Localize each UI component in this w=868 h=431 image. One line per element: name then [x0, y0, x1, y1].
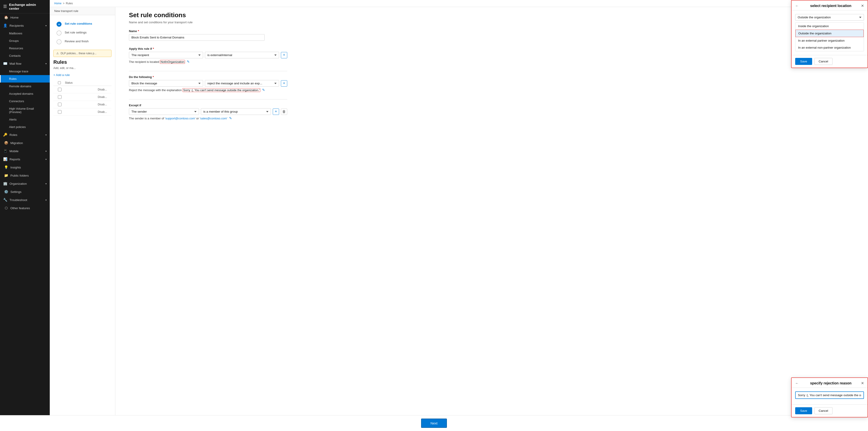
sidebar-item-mail-flow[interactable]: ✉️ Mail flow ▾: [0, 59, 50, 68]
sidebar-item-alerts[interactable]: Alerts: [0, 116, 50, 123]
rules-panel-subtitle: Add, edit, or ma...: [53, 66, 112, 70]
step-label-1: Set rule conditions: [65, 22, 92, 25]
sidebar-item-organization[interactable]: 🏢 Organization ▾: [0, 180, 50, 188]
sidebar-label-connectors: Connectors: [9, 99, 24, 103]
sidebar-item-roles[interactable]: 🔑 Roles ▾: [0, 131, 50, 139]
edit-condition-1-icon[interactable]: ✎: [187, 60, 190, 64]
popup-rejection-save[interactable]: Save: [795, 407, 812, 414]
chevron-down-icon-mobile: ▾: [45, 150, 46, 152]
popup-recipient-cancel[interactable]: Cancel: [814, 58, 833, 65]
except-row: The sender is a member of this group + 🗑: [129, 108, 287, 115]
sidebar-item-settings[interactable]: ⚙️ Settings: [0, 188, 50, 196]
sidebar-item-rules[interactable]: Rules: [0, 75, 50, 83]
step-label-2: Set rule settings: [65, 30, 87, 34]
chevron-down-icon-org: ▾: [45, 183, 46, 185]
step-circle-3: ○: [57, 39, 62, 44]
add-do-button[interactable]: +: [281, 80, 287, 87]
step-label-3: Review and finish: [65, 39, 89, 43]
sidebar-item-recipients[interactable]: 👤 Recipients ▾: [0, 22, 50, 30]
except-link-2[interactable]: 'sales@contoso.com': [200, 117, 227, 120]
sidebar-label-resources: Resources: [9, 47, 23, 50]
app-title: Exchange admin center: [9, 3, 46, 10]
popup-option-outside[interactable]: Outside the organization: [796, 30, 864, 37]
add-except-button[interactable]: +: [273, 109, 279, 115]
select-all-checkbox[interactable]: [58, 81, 61, 84]
wizard-main-title: Set rule conditions: [129, 11, 855, 19]
popup-recipient-dropdown[interactable]: Outside the organization: [795, 14, 864, 21]
row-checkbox-1[interactable]: [58, 88, 62, 91]
apply-select-2[interactable]: is external/internal: [205, 52, 279, 58]
dlp-notice-icon: ⚠: [56, 52, 59, 55]
row-checkbox-3[interactable]: [58, 103, 62, 106]
sidebar-item-public-folders[interactable]: 📁 Public folders: [0, 172, 50, 180]
sidebar-label-message-trace: Message trace: [9, 70, 28, 73]
delete-except-button[interactable]: 🗑: [281, 109, 287, 115]
sidebar-item-migration[interactable]: 📦 Migration: [0, 139, 50, 147]
popup-rejection-cancel[interactable]: Cancel: [814, 407, 833, 414]
popup-option-external-nonpartner[interactable]: In an external non-partner organization: [796, 44, 864, 51]
sidebar-label-high-volume: High Volume Email (Preview): [9, 107, 46, 114]
row-checkbox-4[interactable]: [58, 110, 62, 114]
sidebar-label-rules: Rules: [9, 77, 17, 81]
rules-panel-content: ⚠ DLP policies... these rules p... Rules…: [50, 46, 115, 116]
organization-icon: 🏢: [3, 182, 7, 186]
sidebar-item-other-features[interactable]: ⬡ Other features: [0, 204, 50, 212]
except-select-2[interactable]: is a member of this group: [201, 108, 271, 115]
popup-recipient-footer: Save Cancel: [792, 55, 868, 68]
sidebar-item-high-volume[interactable]: High Volume Email (Preview): [0, 105, 50, 116]
sidebar-label-roles: Roles: [9, 133, 18, 136]
except-link-1[interactable]: 'support@contoso.com': [165, 117, 195, 120]
content-split: New transport rule ● Set rule conditions…: [50, 7, 868, 431]
breadcrumb-home[interactable]: Home: [54, 2, 62, 5]
sidebar-label-mobile: Mobile: [9, 150, 19, 153]
sidebar-item-accepted-domains[interactable]: Accepted domains: [0, 90, 50, 97]
sidebar-item-mailboxes[interactable]: Mailboxes: [0, 30, 50, 37]
sidebar-item-connectors[interactable]: Connectors: [0, 97, 50, 105]
sidebar-item-home[interactable]: 🏠 Home: [0, 13, 50, 22]
name-label: Name *: [129, 29, 855, 33]
popup-back-button[interactable]: ←: [795, 4, 799, 8]
hamburger-icon[interactable]: ☰: [3, 4, 7, 9]
rejection-reason-input[interactable]: [795, 392, 864, 399]
sidebar-item-groups[interactable]: Groups: [0, 37, 50, 44]
sidebar-label-alerts: Alerts: [9, 118, 17, 121]
popup-recipient-close[interactable]: ✕: [861, 4, 864, 8]
do-select-1[interactable]: Block the message: [129, 80, 203, 87]
add-rule-button[interactable]: + Add a rule: [53, 72, 70, 78]
row-checkbox-2[interactable]: [58, 95, 62, 99]
app-header[interactable]: ☰ Exchange admin center: [0, 0, 50, 13]
popup-recipient-save[interactable]: Save: [795, 58, 812, 65]
sidebar-label-organization: Organization: [9, 182, 27, 185]
popup-recipient-body: Outside the organization Inside the orga…: [792, 10, 868, 55]
sidebar-item-troubleshoot[interactable]: 🔧 Troubleshoot ▾: [0, 196, 50, 204]
sidebar-item-alert-policies[interactable]: Alert policies: [0, 123, 50, 131]
sidebar-item-message-trace[interactable]: Message trace: [0, 68, 50, 75]
popup-rejection-close[interactable]: ✕: [861, 381, 864, 385]
popup-rejection-header: ← specify rejection reason ✕: [792, 378, 868, 388]
popup-option-external-partner[interactable]: In an external partner organization: [796, 37, 864, 44]
sidebar-item-insights[interactable]: 💡 Insights: [0, 163, 50, 172]
rules-panel: New transport rule ● Set rule conditions…: [50, 7, 115, 431]
sidebar-item-contacts[interactable]: Contacts: [0, 52, 50, 59]
add-condition-button[interactable]: +: [281, 52, 287, 58]
row-status-2: Disab...: [98, 95, 107, 99]
sidebar-item-resources[interactable]: Resources: [0, 44, 50, 52]
popup-rejection-back[interactable]: ←: [795, 381, 799, 385]
do-select-2[interactable]: reject the message and include an exp...: [205, 80, 279, 87]
popup-option-inside[interactable]: Inside the organization: [796, 23, 864, 30]
wizard-steps: ● Set rule conditions ○ Set rule setting…: [50, 15, 115, 46]
next-button[interactable]: Next: [421, 419, 447, 428]
name-section: Name *: [129, 29, 855, 41]
sidebar-item-remote-domains[interactable]: Remote domains: [0, 83, 50, 90]
edit-except-icon[interactable]: ✎: [229, 116, 232, 120]
except-label-text: Except if: [129, 103, 141, 107]
apply-select-1[interactable]: The recipient: [129, 52, 203, 58]
rule-name-input[interactable]: [129, 34, 265, 41]
sidebar-item-mobile[interactable]: 📱 Mobile ▾: [0, 147, 50, 155]
new-rule-title: New transport rule: [50, 7, 115, 15]
sidebar-item-reports[interactable]: 📊 Reports ▾: [0, 155, 50, 163]
edit-do-icon[interactable]: ✎: [262, 88, 265, 92]
do-label: Do the following *: [129, 75, 855, 79]
sidebar-label-other-features: Other features: [10, 207, 30, 210]
except-select-1[interactable]: The sender: [129, 108, 199, 115]
